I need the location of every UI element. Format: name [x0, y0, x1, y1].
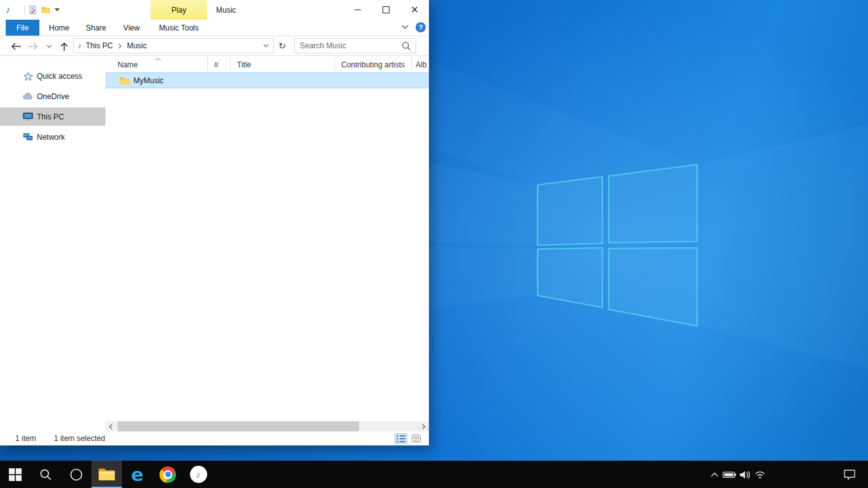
- taskbar-file-explorer-button[interactable]: [92, 461, 122, 488]
- file-explorer-window: ♪: [0, 0, 429, 445]
- up-button[interactable]: [57, 39, 71, 53]
- column-label: #: [214, 60, 219, 69]
- view-buttons: [395, 433, 423, 444]
- recent-locations-button[interactable]: [42, 39, 56, 53]
- sidebar-item-label: This PC: [37, 112, 64, 121]
- volume-tray-button[interactable]: [737, 461, 752, 488]
- minimize-button[interactable]: [343, 0, 372, 20]
- close-icon: ×: [410, 5, 419, 15]
- taskbar-search-button[interactable]: [31, 461, 61, 488]
- windows-logo-icon: [9, 468, 22, 481]
- cortana-button[interactable]: [61, 461, 92, 488]
- column-header-title[interactable]: Title: [231, 57, 335, 72]
- column-header-name[interactable]: Name: [105, 57, 208, 72]
- file-row-mymusic[interactable]: MyMusic: [105, 72, 429, 88]
- column-label: Title: [237, 60, 251, 69]
- battery-tray-button[interactable]: [722, 461, 737, 488]
- chevron-up-icon: [710, 472, 719, 477]
- desktop: ♪: [0, 0, 868, 488]
- show-hidden-icons-button[interactable]: [707, 461, 722, 488]
- taskbar-edge-button[interactable]: e: [122, 461, 153, 488]
- scrollbar-thumb[interactable]: [118, 421, 359, 431]
- back-button[interactable]: [9, 39, 23, 53]
- sidebar-item-label: Network: [37, 133, 65, 142]
- minimize-icon: [355, 10, 361, 10]
- chevron-left-icon: [109, 424, 112, 430]
- column-headers: Name # Title Contributing artists Alb: [105, 57, 429, 72]
- breadcrumb-this-pc[interactable]: This PC: [81, 39, 118, 53]
- taskbar-chrome-button[interactable]: [153, 461, 183, 488]
- column-header-number[interactable]: #: [208, 57, 231, 72]
- chevron-down-icon: [46, 44, 52, 48]
- wifi-icon: [754, 470, 766, 479]
- file-name: MyMusic: [133, 76, 163, 85]
- music-note-icon: ♪: [196, 469, 201, 480]
- computer-icon: [23, 112, 33, 121]
- file-list: Name # Title Contributing artists Alb: [105, 57, 429, 421]
- column-label: Contributing artists: [341, 60, 405, 69]
- breadcrumb-separator-icon: [118, 43, 123, 49]
- address-bar[interactable]: ♪ This PC Music: [73, 38, 274, 53]
- properties-button[interactable]: [29, 6, 37, 14]
- scroll-right-button[interactable]: [419, 421, 429, 431]
- customize-qat-button[interactable]: [55, 8, 60, 11]
- details-view-icon: [397, 435, 405, 442]
- details-view-button[interactable]: [395, 433, 407, 444]
- forward-button[interactable]: [25, 39, 39, 53]
- arrow-left-icon: [11, 42, 22, 51]
- tab-view[interactable]: View: [118, 20, 145, 36]
- selection-count: 1 item selected: [54, 434, 105, 443]
- sidebar-item-quick-access[interactable]: Quick access: [0, 67, 105, 85]
- address-dropdown-button[interactable]: [263, 44, 273, 48]
- search-box: [294, 38, 416, 53]
- tab-share[interactable]: Share: [81, 20, 111, 36]
- breadcrumb-music[interactable]: Music: [123, 39, 151, 53]
- action-center-button[interactable]: [839, 461, 860, 488]
- caption-buttons: ×: [343, 0, 429, 20]
- maximize-button[interactable]: [372, 0, 400, 20]
- scroll-left-button[interactable]: [105, 421, 116, 431]
- refresh-button[interactable]: ↻: [275, 38, 289, 53]
- large-icons-view-button[interactable]: [410, 433, 423, 444]
- item-count: 1 item: [15, 434, 36, 443]
- window-body: Quick access OneDrive: [0, 57, 429, 421]
- chrome-icon-core: [165, 471, 171, 477]
- collapse-ribbon-button[interactable]: [402, 25, 409, 29]
- help-button[interactable]: ?: [416, 22, 426, 32]
- taskbar: e ♪: [0, 461, 868, 488]
- search-input[interactable]: [295, 41, 402, 50]
- start-button[interactable]: [0, 461, 31, 488]
- arrow-up-icon: [60, 42, 69, 51]
- status-bar: 1 item 1 item selected: [0, 431, 429, 445]
- search-button[interactable]: [402, 41, 416, 51]
- sidebar-item-network[interactable]: Network: [0, 128, 105, 146]
- sidebar-item-label: Quick access: [37, 72, 82, 81]
- titlebar[interactable]: ♪: [0, 0, 429, 20]
- sort-ascending-icon: [155, 58, 161, 61]
- chevron-down-icon: [402, 25, 409, 29]
- horizontal-scrollbar[interactable]: [105, 421, 429, 431]
- column-header-album[interactable]: Alb: [412, 57, 429, 72]
- itunes-icon: ♪: [190, 466, 207, 483]
- close-button[interactable]: ×: [400, 0, 429, 20]
- navigation-pane: Quick access OneDrive: [0, 57, 105, 421]
- properties-icon: [29, 6, 37, 14]
- taskbar-itunes-button[interactable]: ♪: [183, 461, 214, 488]
- window-title: Music: [216, 0, 236, 20]
- new-folder-button[interactable]: [41, 6, 50, 13]
- tab-music-tools[interactable]: Music Tools: [151, 20, 207, 36]
- arrow-right-icon: [27, 42, 38, 51]
- tab-home[interactable]: Home: [46, 20, 72, 36]
- chevron-down-icon: [263, 44, 269, 48]
- network-tray-button[interactable]: [752, 461, 768, 488]
- column-header-contributing-artists[interactable]: Contributing artists: [335, 57, 412, 72]
- edge-icon: e: [131, 465, 144, 484]
- cortana-circle-icon: [69, 468, 83, 482]
- sidebar-item-onedrive[interactable]: OneDrive: [0, 87, 105, 105]
- chevron-right-icon: [422, 424, 426, 430]
- sidebar-item-this-pc[interactable]: This PC: [0, 107, 105, 126]
- ribbon-tabs: File Home Share View Music Tools ?: [0, 20, 429, 36]
- tab-file[interactable]: File: [6, 20, 39, 36]
- contextual-tab-play[interactable]: Play: [151, 0, 207, 20]
- folder-icon: [41, 6, 50, 13]
